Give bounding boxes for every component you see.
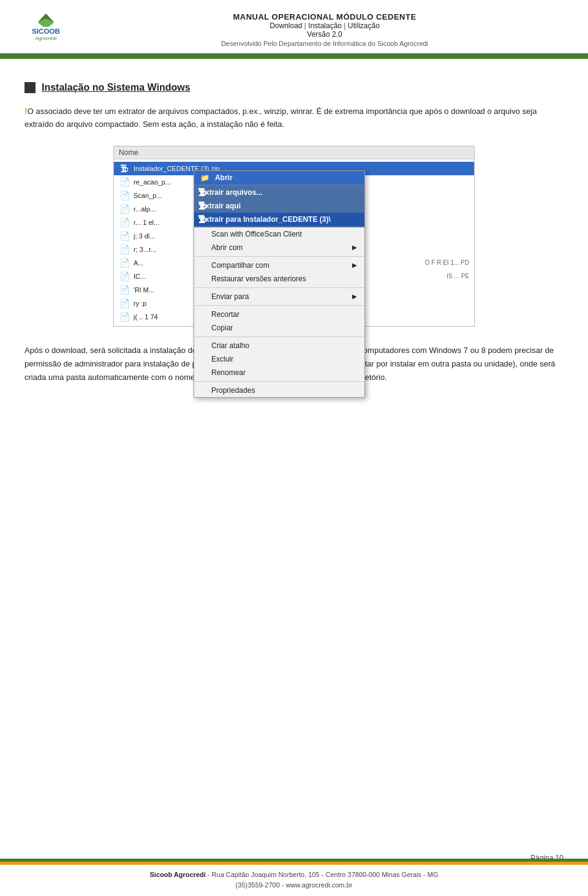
windows-explorer-screenshot: Nome 🗜 Instalador_CEDENTE (3).zip 📄 re_a… — [113, 146, 475, 327]
open-with-label: Abrir com — [211, 243, 243, 252]
cut-item[interactable]: Recortar — [194, 308, 364, 321]
separator — [194, 287, 364, 288]
footer-content: Sicoob Agrocredi - Rua Capitão Joaquim N… — [0, 865, 588, 896]
file-icon: 📄 — [119, 231, 130, 241]
delete-label: Excluir — [211, 355, 233, 363]
file-list: 🗜 Instalador_CEDENTE (3).zip 📄 re_acao_p… — [114, 159, 474, 326]
zip-file-icon: 🗜 — [119, 164, 130, 173]
open-label: Abrir — [215, 173, 233, 182]
file-icon: 📄 — [119, 298, 130, 308]
file-details-cell: O F R EI 1... PD — [425, 259, 469, 266]
file-icon: 📄 — [119, 258, 130, 268]
separator — [194, 256, 364, 257]
header-nav: Sicoob Agrocredi Download | Instalação |… — [80, 21, 570, 30]
extract-here-icon: 🗜 — [198, 201, 206, 211]
logo-area: SICOOB Agrocredi — [12, 11, 80, 45]
file-icon: 📄 — [119, 285, 130, 295]
file-icon: 📄 — [119, 245, 130, 254]
separator — [194, 336, 364, 337]
manual-title: MANUAL OPERACIONAL MÓDULO CEDENTE — [80, 12, 570, 21]
svg-text:SICOOB: SICOOB — [32, 27, 60, 35]
footer-company-name: Sicoob Agrocredi — [150, 871, 206, 878]
delete-item[interactable]: Excluir — [194, 352, 364, 366]
footer-address-text: - Rua Capitão Joaquim Norberto, 105 - Ce… — [208, 871, 439, 878]
cut-label: Recortar — [211, 310, 239, 319]
file-icon: 📄 — [119, 218, 130, 227]
extract-to-item[interactable]: 🗜 Extrair para Instalador_CEDENTE (3)\ — [194, 213, 364, 226]
section-heading: Instalação no Sistema Windows — [24, 82, 564, 93]
share-with-item[interactable]: Compartilhar com ▶ — [194, 259, 364, 272]
create-shortcut-label: Criar atalho — [211, 341, 249, 350]
separator — [194, 305, 364, 306]
dept-text: Desenvolvido Pelo Departamento de Inform… — [80, 40, 570, 47]
separator — [194, 381, 364, 382]
file-list-header: Nome — [114, 146, 474, 159]
file-details-cell: IS ... PE — [432, 273, 469, 279]
file-icon: 📄 — [119, 271, 130, 281]
share-arrow-icon: ▶ — [352, 262, 357, 268]
extract-here-item[interactable]: 🗜 Extrair aqui — [194, 199, 364, 213]
rename-label: Renomear — [211, 368, 246, 377]
send-to-arrow-icon: ▶ — [352, 293, 357, 300]
extract-files-label: Extrair arquivos... — [200, 188, 262, 197]
section-title: Instalação no Sistema Windows — [42, 82, 190, 93]
properties-label: Propriedades — [211, 386, 255, 395]
page-footer: Sicoob Agrocredi - Rua Capitão Joaquim N… — [0, 859, 588, 896]
restore-versions-label: Restaurar versões anteriores — [211, 275, 306, 283]
footer-contact: (35)3559-2700 - www.agrocredi.com.br — [12, 880, 576, 890]
extract-files-item[interactable]: 🗜 Extrair arquivos... — [194, 186, 364, 199]
main-content: Instalação no Sistema Windows !O associa… — [0, 59, 588, 406]
share-with-label: Compartilhar com — [211, 261, 270, 270]
file-icon: 📄 — [119, 191, 130, 200]
send-to-label: Enviar para — [211, 292, 249, 301]
extract-to-icon: 🗜 — [198, 215, 206, 224]
file-icon: 📄 — [119, 177, 130, 187]
page-header: SICOOB Agrocredi MANUAL OPERACIONAL MÓDU… — [0, 0, 588, 55]
winrar-section: 🗜 Extrair arquivos... 🗜 Extrair aqui 🗜 E… — [194, 184, 364, 227]
warning-paragraph: !O associado deve ter um extrator de arq… — [24, 104, 564, 131]
name-column-header: Nome — [119, 148, 138, 157]
sicoob-logo: SICOOB Agrocredi — [18, 11, 74, 45]
extract-icon: 🗜 — [198, 188, 206, 197]
warning-text: O associado deve ter um extrator de arqu… — [24, 107, 537, 129]
copy-item[interactable]: Copiar — [194, 321, 364, 335]
svg-text:Agrocredi: Agrocredi — [36, 36, 57, 41]
extract-to-label: Extrair para Instalador_CEDENTE (3)\ — [200, 215, 331, 224]
open-with-arrow-icon: ▶ — [352, 244, 357, 251]
file-icon: 📄 — [119, 204, 130, 214]
bullet-icon — [24, 82, 36, 93]
file-icon: 📄 — [119, 312, 130, 322]
scan-label: Scan with OfficeScan Client — [211, 230, 302, 238]
copy-label: Copiar — [211, 324, 233, 332]
context-menu-open: 📁 Abrir — [194, 171, 364, 184]
footer-address-line: Sicoob Agrocredi - Rua Capitão Joaquim N… — [12, 870, 576, 880]
screenshot-container: Nome 🗜 Instalador_CEDENTE (3).zip 📄 re_a… — [24, 146, 564, 327]
send-to-item[interactable]: Enviar para ▶ — [194, 290, 364, 303]
create-shortcut-item[interactable]: Criar atalho — [194, 339, 364, 352]
properties-item[interactable]: Propriedades — [194, 384, 364, 397]
header-text-block: MANUAL OPERACIONAL MÓDULO CEDENTE Sicoob… — [80, 11, 570, 47]
context-menu: 📁 Abrir 🗜 Extrair arquivos... 🗜 Extrair … — [194, 170, 365, 398]
open-with-item[interactable]: Abrir com ▶ — [194, 241, 364, 254]
rename-item[interactable]: Renomear — [194, 366, 364, 379]
version-text: Versão 2.0 — [80, 30, 570, 39]
open-folder-icon: 📁 — [200, 173, 209, 182]
scan-item[interactable]: Scan with OfficeScan Client — [194, 227, 364, 241]
restore-versions-item[interactable]: Restaurar versões anteriores — [194, 272, 364, 286]
